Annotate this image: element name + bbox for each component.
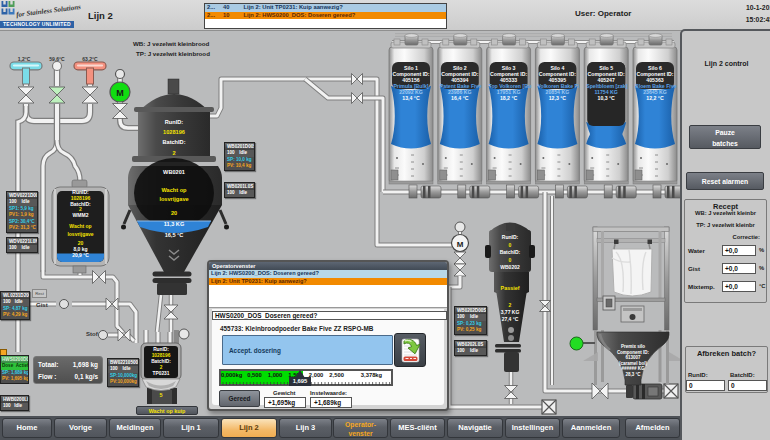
svg-text:M: M [116, 88, 124, 98]
svg-text:M: M [457, 240, 464, 249]
